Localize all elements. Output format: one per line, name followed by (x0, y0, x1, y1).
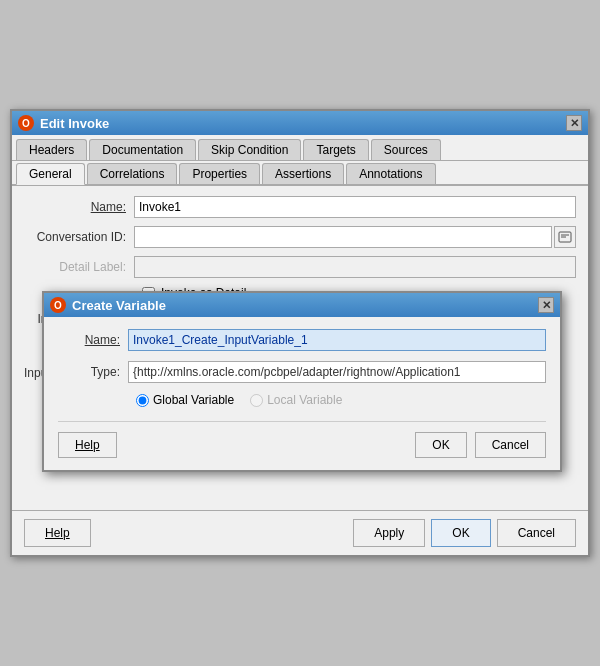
name-input[interactable] (134, 196, 576, 218)
apply-button[interactable]: Apply (353, 519, 425, 547)
help-button[interactable]: Help (24, 519, 91, 547)
conversation-input-group (134, 226, 576, 248)
conversation-icon-btn[interactable] (554, 226, 576, 248)
conversation-input[interactable] (134, 226, 552, 248)
modal-close-button[interactable]: ✕ (538, 297, 554, 313)
local-variable-radio (250, 394, 263, 407)
name-label: Name: (24, 200, 134, 214)
modal-btn-row: Help OK Cancel (58, 421, 546, 458)
modal-title-bar: O Create Variable ✕ (44, 293, 560, 317)
modal-name-label: Name: (58, 333, 128, 347)
tab-general[interactable]: General (16, 163, 85, 185)
title-bar-left: O Edit Invoke (18, 115, 109, 131)
title-bar: O Edit Invoke ✕ (12, 111, 588, 135)
modal-content: Name: Type: Global Variable Loca (44, 317, 560, 470)
tab-sources[interactable]: Sources (371, 139, 441, 160)
modal-name-input[interactable] (128, 329, 546, 351)
modal-cancel-button[interactable]: Cancel (475, 432, 546, 458)
modal-title: Create Variable (72, 298, 166, 313)
detail-label: Detail Label: (24, 260, 134, 274)
tab-properties[interactable]: Properties (179, 163, 260, 184)
tab-targets[interactable]: Targets (303, 139, 368, 160)
ok-button[interactable]: OK (431, 519, 490, 547)
modal-type-input[interactable] (128, 361, 546, 383)
modal-type-row: Type: (58, 361, 546, 383)
detail-input[interactable] (134, 256, 576, 278)
global-variable-radio[interactable] (136, 394, 149, 407)
window-title: Edit Invoke (40, 116, 109, 131)
modal-name-row: Name: (58, 329, 546, 351)
local-variable-label: Local Variable (267, 393, 342, 407)
tab-annotations[interactable]: Annotations (346, 163, 435, 184)
main-window: O Edit Invoke ✕ Headers Documentation Sk… (10, 109, 590, 557)
conversation-label: Conversation ID: (24, 230, 134, 244)
modal-radio-row: Global Variable Local Variable (136, 393, 546, 407)
close-button[interactable]: ✕ (566, 115, 582, 131)
create-variable-modal: O Create Variable ✕ Name: Type: (42, 291, 562, 472)
tab-skip-condition[interactable]: Skip Condition (198, 139, 301, 160)
footer: Help Apply OK Cancel (12, 510, 588, 555)
tab-documentation[interactable]: Documentation (89, 139, 196, 160)
detail-label-row: Detail Label: (24, 256, 576, 278)
tab-row-2: General Correlations Properties Assertio… (12, 161, 588, 186)
modal-action-buttons: OK Cancel (415, 432, 546, 458)
modal-title-left: O Create Variable (50, 297, 166, 313)
tab-row-1: Headers Documentation Skip Condition Tar… (12, 135, 588, 161)
tab-headers[interactable]: Headers (16, 139, 87, 160)
app-icon: O (18, 115, 34, 131)
global-variable-label: Global Variable (153, 393, 234, 407)
modal-ok-button[interactable]: OK (415, 432, 466, 458)
modal-type-label: Type: (58, 365, 128, 379)
footer-right: Apply OK Cancel (353, 519, 576, 547)
local-variable-option: Local Variable (250, 393, 342, 407)
name-row: Name: (24, 196, 576, 218)
modal-app-icon: O (50, 297, 66, 313)
modal-help-button[interactable]: Help (58, 432, 117, 458)
cancel-button[interactable]: Cancel (497, 519, 576, 547)
tab-correlations[interactable]: Correlations (87, 163, 178, 184)
global-variable-option[interactable]: Global Variable (136, 393, 234, 407)
conversation-row: Conversation ID: (24, 226, 576, 248)
tab-assertions[interactable]: Assertions (262, 163, 344, 184)
